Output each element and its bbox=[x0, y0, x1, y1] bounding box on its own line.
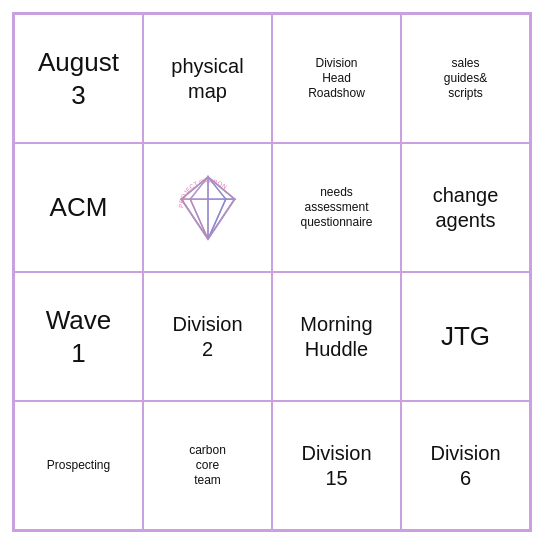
cell-r0c0: August3 bbox=[14, 14, 143, 143]
cell-r1c1: PROJECT CARBON bbox=[143, 143, 272, 272]
cell-r1c0: ACM bbox=[14, 143, 143, 272]
cell-r1c3: changeagents bbox=[401, 143, 530, 272]
cell-r1c0-text: ACM bbox=[50, 191, 108, 224]
cell-r0c1: physicalmap bbox=[143, 14, 272, 143]
cell-r0c0-text: August3 bbox=[38, 46, 119, 111]
bingo-board: August3 physicalmap DivisionHeadRoadshow… bbox=[12, 12, 532, 532]
cell-r0c2-text: DivisionHeadRoadshow bbox=[308, 56, 365, 101]
diamond-icon: PROJECT CARBON bbox=[163, 168, 253, 248]
cell-r2c0-text: Wave1 bbox=[46, 304, 112, 369]
cell-r0c3-text: salesguides&scripts bbox=[444, 56, 487, 101]
cell-r2c3-text: JTG bbox=[441, 320, 490, 353]
cell-r0c2: DivisionHeadRoadshow bbox=[272, 14, 401, 143]
cell-r1c2: needsassessmentquestionnaire bbox=[272, 143, 401, 272]
cell-r3c1-text: carboncoreteam bbox=[189, 443, 226, 488]
cell-r3c0: Prospecting bbox=[14, 401, 143, 530]
cell-r3c3: Division6 bbox=[401, 401, 530, 530]
cell-r3c1: carboncoreteam bbox=[143, 401, 272, 530]
cell-r3c2: Division15 bbox=[272, 401, 401, 530]
cell-r3c0-text: Prospecting bbox=[47, 458, 110, 473]
svg-marker-5 bbox=[190, 199, 208, 239]
cell-r3c2-text: Division15 bbox=[301, 441, 371, 491]
cell-r2c2-text: MorningHuddle bbox=[300, 312, 372, 362]
cell-r3c3-text: Division6 bbox=[430, 441, 500, 491]
cell-r1c2-text: needsassessmentquestionnaire bbox=[300, 185, 372, 230]
cell-r2c1-text: Division2 bbox=[172, 312, 242, 362]
cell-r2c3: JTG bbox=[401, 272, 530, 401]
cell-r2c1: Division2 bbox=[143, 272, 272, 401]
cell-r2c0: Wave1 bbox=[14, 272, 143, 401]
cell-r1c3-text: changeagents bbox=[433, 183, 499, 233]
cell-r2c2: MorningHuddle bbox=[272, 272, 401, 401]
cell-r0c3: salesguides&scripts bbox=[401, 14, 530, 143]
cell-r0c1-text: physicalmap bbox=[171, 54, 243, 104]
